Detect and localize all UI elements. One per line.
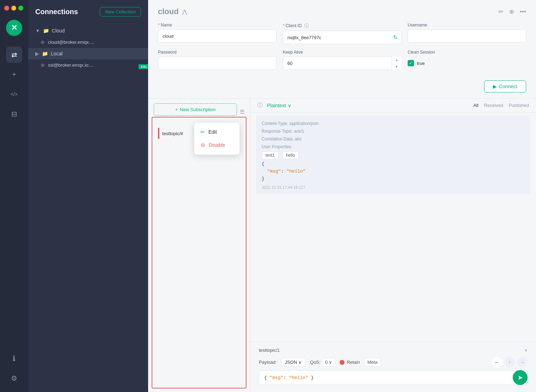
retain-button[interactable]: Retain <box>340 360 360 365</box>
password-input[interactable] <box>158 56 276 70</box>
new-sub-plus-icon: + <box>175 107 178 112</box>
qos-dropdown[interactable]: 0 ∨ <box>322 358 335 367</box>
clean-session-value: true <box>417 61 425 66</box>
correlation-data-label: Correlation Data: abc <box>262 137 302 141</box>
qos-select: QoS: 0 ∨ <box>310 358 335 367</box>
msg-value: "hello" <box>286 169 306 174</box>
connection-ssl[interactable]: ssl@broker.emqx.io:... SSL <box>28 59 148 71</box>
connect-button[interactable]: ▶ Connect <box>484 80 526 92</box>
response-topic-label: Response Topic: ack/1 <box>262 129 304 134</box>
keep-alive-increment[interactable]: ▲ <box>392 56 401 63</box>
messages-pane: ⓘ Plaintext ∨ All Received Published Con… <box>250 98 536 392</box>
meta-button[interactable]: Meta <box>364 358 381 367</box>
messages-header: ⓘ Plaintext ∨ All Received Published <box>250 98 536 113</box>
subscription-color-indicator <box>158 128 159 139</box>
connection-cloud[interactable]: cloud@broker.emqx.... <box>28 36 148 48</box>
subscription-selection-overlay <box>152 117 246 388</box>
nav-forward-arrow[interactable]: → <box>517 357 528 368</box>
minimize-button[interactable] <box>11 6 16 11</box>
traffic-lights <box>0 6 23 11</box>
name-input[interactable] <box>158 29 276 43</box>
folder-arrow-icon: ▶ <box>35 51 39 56</box>
connection-ssl-status-dot <box>41 64 44 67</box>
send-button[interactable]: ➤ <box>513 370 528 385</box>
connection-form: *Name *Client ID ⓘ ↻ Username <box>148 16 536 80</box>
publish-value: "hello" <box>289 375 308 380</box>
connections-panel: Connections New Collection ▼ 📁 Cloud clo… <box>28 0 148 392</box>
keep-alive-stepper: ▲ ▼ <box>392 56 401 70</box>
password-label: Password <box>158 50 276 55</box>
connection-cloud-name: cloud@broker.emqx.... <box>48 40 94 45</box>
settings-nav-icon[interactable]: ⚙ <box>6 370 22 386</box>
nav-back-arrow[interactable]: ← <box>492 357 502 368</box>
folder-cloud[interactable]: ▼ 📁 Cloud <box>28 25 148 36</box>
name-field-group: *Name <box>158 23 276 44</box>
add-nav-icon[interactable]: + <box>6 66 22 83</box>
maximize-button[interactable] <box>18 6 23 11</box>
nav-up-arrow[interactable]: ↑ <box>504 357 515 368</box>
info-nav-icon[interactable]: ℹ <box>6 350 22 367</box>
filter-published-btn[interactable]: Published <box>509 103 529 108</box>
help-icon[interactable]: ⓘ <box>257 102 263 109</box>
qos-chevron-icon: ∨ <box>329 360 332 365</box>
username-input[interactable] <box>408 29 526 43</box>
user-prop-value: hello <box>282 151 299 159</box>
message-meta-3: Correlation Data: abc <box>262 137 525 141</box>
code-nav-icon[interactable]: </> <box>6 86 22 102</box>
connect-row: ▶ Connect <box>148 80 536 98</box>
user-properties-section: User Properties test1 hello <box>262 144 525 159</box>
payload-format-selector[interactable]: JSON ∨ <box>281 358 306 367</box>
refresh-client-id-icon[interactable]: ↻ <box>393 34 398 41</box>
retain-label: Retain <box>347 360 360 365</box>
database-nav-icon[interactable]: ⊟ <box>6 106 22 122</box>
publish-area: testtopic/1 ∨ Payload: JSON ∨ QoS: 0 ∨ <box>250 342 536 392</box>
expand-icon[interactable]: ⋀ <box>182 8 187 15</box>
add-tab-icon[interactable]: ⊕ <box>509 8 514 16</box>
sidebar-icons: ✕ ⇄ + </> ⊟ ℹ ⚙ <box>0 0 28 392</box>
close-button[interactable] <box>4 6 9 11</box>
format-label: Plaintext <box>267 103 286 108</box>
ssl-badge: SSL <box>139 64 148 69</box>
client-id-input[interactable] <box>283 31 401 44</box>
keep-alive-decrement[interactable]: ▼ <box>392 63 401 70</box>
retain-indicator <box>340 360 345 365</box>
payload-label: Payload: <box>259 360 277 365</box>
clean-session-wrap: ✓ true <box>408 56 526 70</box>
format-selector[interactable]: Plaintext ∨ <box>267 103 291 108</box>
messages-header-left: ⓘ Plaintext ∨ <box>257 102 291 109</box>
message-meta-2: Response Topic: ack/1 <box>262 129 525 134</box>
connect-play-icon: ▶ <box>493 84 497 89</box>
main-content: cloud ⋀ ✏ ⊕ ••• *Name *Client ID ⓘ <box>148 0 536 392</box>
edit-connection-icon[interactable]: ✏ <box>499 8 504 16</box>
keep-alive-input[interactable] <box>283 56 401 70</box>
connections-title: Connections <box>35 8 78 16</box>
context-menu: ✏ Edit ⊖ Disable <box>194 122 240 155</box>
folder-local-icon: 📁 <box>42 51 48 56</box>
clean-session-label: Clean Session <box>408 50 526 55</box>
context-disable-item[interactable]: ⊖ Disable <box>194 138 239 152</box>
context-edit-item[interactable]: ✏ Edit <box>194 126 239 138</box>
connections-nav-icon[interactable]: ⇄ <box>6 47 22 63</box>
clean-session-checkbox[interactable]: ✓ <box>408 60 414 66</box>
format-chevron-icon: ∨ <box>288 103 291 108</box>
send-icon: ➤ <box>518 374 523 381</box>
publish-code-editor[interactable]: { "msg": "hello" } <box>259 370 528 385</box>
folder-arrow-icon: ▼ <box>35 28 40 34</box>
new-subscription-button[interactable]: + New Subscription <box>154 103 237 116</box>
subscription-list-icon[interactable]: ☰ <box>240 109 244 115</box>
new-collection-button[interactable]: New Collection <box>100 7 141 17</box>
publish-topic-row[interactable]: testtopic/1 ∨ <box>256 346 530 354</box>
payload-format-value: JSON <box>285 360 297 365</box>
filter-all-btn[interactable]: All <box>473 103 478 108</box>
message-body: { "msg": "hello" } <box>262 161 525 182</box>
message-meta: Content-Type: application/json <box>262 121 525 126</box>
qos-label: QoS: <box>310 360 321 365</box>
filter-received-btn[interactable]: Received <box>484 103 503 108</box>
folder-local[interactable]: ▶ 📁 Local <box>28 48 148 59</box>
more-options-icon[interactable]: ••• <box>520 8 526 15</box>
client-id-label: *Client ID ⓘ <box>283 23 401 29</box>
message-item: Content-Type: application/json Response … <box>256 116 530 194</box>
topbar-left: cloud ⋀ <box>158 7 187 16</box>
content-type-label: Content-Type: application/json <box>262 121 318 126</box>
app-logo: ✕ <box>6 20 22 36</box>
